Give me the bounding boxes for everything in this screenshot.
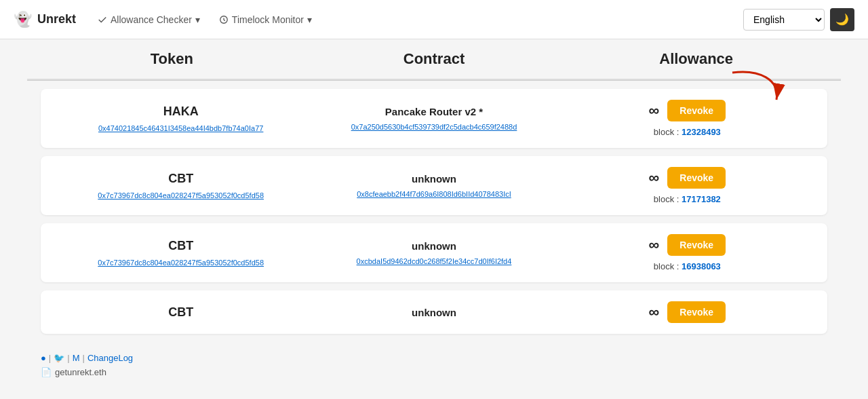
token-name-2: CBT: [168, 172, 193, 186]
footer: ● | 🐦 | M | ChangeLog 📄 getunrekt.eth: [27, 342, 841, 388]
token-col-1: HAKA 0x474021845c46431I3458ea44I4bdb7fb7…: [54, 104, 307, 132]
allowance-header: Allowance: [565, 50, 827, 68]
token-header: Token: [41, 50, 303, 68]
navbar: 👻 Unrekt Allowance Checker ▾ Timelock Mo…: [0, 0, 868, 39]
footer-links: ● | 🐦 | M | ChangeLog: [41, 353, 827, 363]
timelock-monitor-link[interactable]: Timelock Monitor ▾: [211, 9, 320, 31]
block-number-link-1[interactable]: 12328493: [682, 127, 721, 137]
brand-name: Unrekt: [37, 12, 76, 26]
contract-address-1[interactable]: 0x7a250d5630b4cf539739df2c5dacb4c659f248…: [351, 123, 517, 131]
token-address-3[interactable]: 0x7c73967dc8c804ea028247f5a953052f0cd5fd…: [98, 259, 264, 267]
allowance-row-2: ∞ Revoke: [649, 167, 726, 189]
revoke-button-2[interactable]: Revoke: [667, 167, 726, 189]
contract-name-3: unknown: [412, 240, 456, 252]
allowance-col-1: ∞ Revoke block : 12328493: [561, 100, 814, 137]
table-header: Token Contract Allowance: [27, 39, 841, 80]
chevron-down-icon-2: ▾: [307, 14, 312, 25]
table-row: HAKA 0x474021845c46431I3458ea44I4bdb7fb7…: [41, 89, 827, 148]
check-icon: [98, 15, 107, 24]
token-name-1: HAKA: [163, 104, 199, 119]
allowance-checker-link[interactable]: Allowance Checker ▾: [90, 9, 208, 31]
contract-name-1: Pancake Router v2 *: [385, 106, 483, 117]
contract-address-2[interactable]: 0x8cfeaebb2f44f7d69a6I808Id6bIId4078483I…: [357, 190, 511, 198]
table-row: CBT unknown ∞ Revoke: [41, 290, 827, 334]
allowance-row-4: ∞ Revoke: [649, 301, 726, 323]
table-row: CBT 0x7c73967dc8c804ea028247f5a953052f0c…: [41, 223, 827, 282]
discord-icon: ●: [41, 353, 46, 363]
contract-address-3[interactable]: 0xcbdaI5d9462dcd0c268f5f2Ie34cc7d0If6I2f…: [357, 257, 512, 265]
medium-icon: M: [73, 353, 80, 363]
infinity-symbol-1: ∞: [649, 102, 660, 119]
contract-col-2: unknown 0x8cfeaebb2f44f7d69a6I808Id6bIId…: [307, 173, 560, 198]
chevron-down-icon: ▾: [195, 14, 200, 25]
token-col-2: CBT 0x7c73967dc8c804ea028247f5a953052f0c…: [54, 172, 307, 200]
token-address-2[interactable]: 0x7c73967dc8c804ea028247f5a953052f0cd5fd…: [98, 191, 264, 200]
dark-mode-toggle[interactable]: 🌙: [830, 8, 854, 31]
contract-col-1: Pancake Router v2 * 0x7a250d5630b4cf5397…: [307, 106, 560, 131]
token-name-3: CBT: [168, 239, 193, 253]
contract-col-3: unknown 0xcbdaI5d9462dcd0c268f5f2Ie34cc7…: [307, 240, 560, 265]
contract-header: Contract: [303, 50, 566, 68]
token-col-3: CBT 0x7c73967dc8c804ea028247f5a953052f0c…: [54, 239, 307, 267]
infinity-symbol-3: ∞: [649, 236, 660, 254]
changelog-link[interactable]: ChangeLog: [87, 353, 133, 363]
table-row: CBT 0x7c73967dc8c804ea028247f5a953052f0c…: [41, 156, 827, 215]
allowance-col-4: ∞ Revoke: [561, 301, 814, 323]
footer-brand: 📄 getunrekt.eth: [41, 367, 827, 377]
infinity-symbol-2: ∞: [649, 169, 660, 187]
twitter-icon: 🐦: [54, 353, 64, 363]
nav-links: Allowance Checker ▾ Timelock Monitor ▾: [90, 9, 743, 31]
contract-col-4: unknown: [307, 307, 560, 318]
block-info-3: block : 16938063: [654, 261, 721, 271]
clock-icon: [219, 15, 229, 24]
brand-eth: getunrekt.eth: [55, 367, 106, 377]
allowance-row-3: ∞ Revoke: [649, 234, 726, 256]
content-area: HAKA 0x474021845c46431I3458ea44I4bdb7fb7…: [27, 89, 841, 334]
token-name-4: CBT: [168, 305, 193, 320]
infinity-symbol-4: ∞: [649, 303, 660, 321]
ghost-icon: 👻: [14, 11, 32, 28]
block-info-1: block : 12328493: [654, 127, 721, 137]
block-number-link-3[interactable]: 16938063: [682, 261, 721, 271]
brand-logo[interactable]: 👻 Unrekt: [14, 11, 76, 28]
contract-name-4: unknown: [412, 307, 456, 318]
contract-name-2: unknown: [412, 173, 456, 185]
file-icon: 📄: [41, 367, 52, 377]
allowance-col-3: ∞ Revoke block : 16938063: [561, 234, 814, 271]
allowance-checker-label: Allowance Checker: [111, 14, 192, 25]
language-select[interactable]: English 中文 Español: [743, 9, 825, 31]
revoke-button-4[interactable]: Revoke: [667, 301, 726, 323]
revoke-button-3[interactable]: Revoke: [667, 234, 726, 256]
block-number-link-2[interactable]: 17171382: [682, 194, 721, 204]
moon-icon: 🌙: [835, 13, 849, 26]
token-address-1[interactable]: 0x474021845c46431I3458ea44I4bdb7fb74a0Ia…: [98, 124, 263, 132]
allowance-row-1: ∞ Revoke: [649, 100, 726, 121]
nav-right: English 中文 Español 🌙: [743, 8, 854, 31]
token-col-4: CBT: [54, 305, 307, 320]
revoke-button-1[interactable]: Revoke: [667, 100, 726, 121]
block-info-2: block : 17171382: [654, 194, 721, 204]
allowance-col-2: ∞ Revoke block : 17171382: [561, 167, 814, 204]
timelock-monitor-label: Timelock Monitor: [232, 14, 304, 25]
